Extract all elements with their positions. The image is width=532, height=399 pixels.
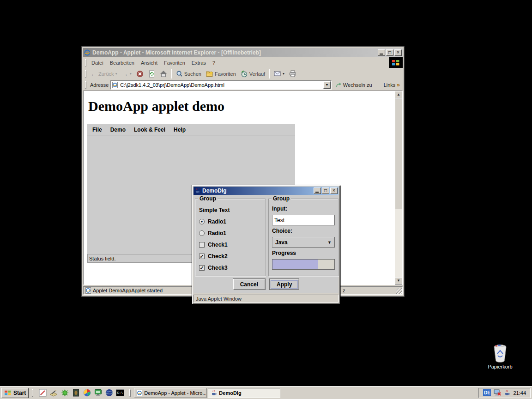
menu-help[interactable]: ? (209, 59, 218, 67)
radio2-label: Radio1 (208, 230, 226, 236)
forward-arrow-icon: → (122, 71, 128, 77)
stop-button[interactable] (134, 69, 146, 79)
toolbar-gripper[interactable] (85, 70, 86, 78)
refresh-button[interactable] (146, 69, 157, 79)
favorites-button[interactable]: Favoriten (204, 70, 238, 78)
mail-dropdown-icon[interactable]: ▾ (283, 72, 284, 76)
clock[interactable]: 21:44 (513, 390, 526, 396)
mail-button[interactable]: ▾ (272, 70, 287, 78)
tasks-gripper[interactable] (129, 389, 131, 397)
recycle-bin[interactable]: Papierkorb (484, 344, 517, 369)
choice-combobox[interactable]: Java ▼ (272, 237, 335, 248)
vertical-scrollbar[interactable]: ▲ ▼ (395, 91, 402, 284)
home-button[interactable] (157, 69, 169, 78)
menu-datei[interactable]: Datei (88, 59, 107, 67)
radio-icon-selected[interactable]: ● (199, 219, 205, 224)
applet-menu-demo[interactable]: Demo (106, 126, 130, 134)
radio-row-1[interactable]: ● Radio1 (199, 218, 261, 225)
quicklaunch-show-desktop-icon[interactable] (49, 388, 58, 398)
forward-button[interactable]: → ▾ (120, 70, 134, 78)
applet-menu-file[interactable]: File (88, 126, 106, 134)
forward-dropdown-icon[interactable]: ▾ (130, 72, 132, 76)
radio-row-2[interactable]: Radio1 (199, 230, 261, 237)
go-button[interactable]: Wechseln zu (333, 82, 374, 88)
check-row-2[interactable]: ✓ Check2 (199, 253, 261, 260)
dialog-close-icon[interactable]: × (330, 187, 338, 194)
menubar-gripper[interactable] (85, 59, 86, 66)
combo-arrow-icon: ▼ (327, 240, 332, 245)
quicklaunch-netmeeting-icon[interactable] (93, 388, 103, 398)
quicklaunch-planet-icon[interactable] (104, 388, 114, 398)
dialog-titlebar[interactable]: DemoDlg □ × (193, 187, 339, 195)
search-button[interactable]: Suchen (174, 69, 204, 78)
radio-icon-unselected[interactable] (199, 230, 205, 236)
go-arrow-icon (335, 82, 342, 88)
address-input[interactable] (119, 82, 323, 88)
input-field[interactable] (272, 215, 335, 225)
go-label: Wechseln zu (343, 82, 372, 88)
right-group-box: Group Input: Choice: Java ▼ Progress (268, 199, 339, 276)
dialog-body: Group Simple Text ● Radio1 Radio1 Check1 (193, 195, 339, 293)
keyboard-language-indicator[interactable]: DE (483, 389, 491, 396)
toolbar-separator2 (269, 69, 270, 79)
taskbar: Start C:\ (0, 386, 532, 399)
menu-extras[interactable]: Extras (188, 59, 209, 67)
checkbox-icon-checked[interactable]: ✓ (199, 254, 205, 259)
refresh-icon (148, 70, 155, 78)
tray-java-cup-icon[interactable] (504, 390, 510, 396)
dialog-title: DemoDlg (202, 187, 313, 194)
task-java-cup-icon (211, 390, 217, 396)
quicklaunch-command-prompt-icon[interactable]: C:\ (115, 388, 125, 398)
quicklaunch-editor-icon[interactable] (38, 388, 47, 398)
links-label: Links (384, 82, 396, 88)
back-dropdown-icon[interactable]: ▾ (115, 72, 117, 76)
check-row-1[interactable]: Check1 (199, 241, 261, 248)
ie-menubar: Datei Bearbeiten Ansicht Favoriten Extra… (83, 57, 403, 68)
dialog-minimize-icon[interactable] (314, 187, 321, 194)
menu-favoriten[interactable]: Favoriten (161, 59, 188, 67)
quicklaunch-green-creature-icon[interactable] (60, 388, 69, 398)
start-button[interactable]: Start (1, 388, 29, 398)
address-field[interactable]: ▼ (110, 80, 331, 90)
quicklaunch-pinwheel-icon[interactable] (82, 388, 91, 398)
applet-menu-help[interactable]: Help (169, 126, 190, 134)
close-icon[interactable]: × (394, 49, 402, 56)
java-applet-warning: Java Applet Window (193, 295, 339, 302)
ie-titlebar[interactable]: DemoApp - Applet - Microsoft Internet Ex… (83, 48, 403, 57)
quick-launch-bar: C:\ (36, 388, 126, 398)
addressbar-gripper[interactable] (85, 81, 86, 89)
task-demodlg-label: DemoDlg (219, 390, 241, 396)
history-button[interactable]: Verlauf (238, 69, 267, 79)
right-group-label: Group (272, 195, 291, 202)
system-tray: DE 21:44 (478, 388, 531, 398)
network-disconnected-icon[interactable] (494, 389, 501, 396)
scroll-thumb[interactable] (395, 98, 402, 209)
minimize-icon[interactable] (378, 49, 385, 56)
print-button[interactable] (287, 69, 299, 78)
address-dropdown-icon[interactable]: ▼ (323, 81, 331, 89)
task-demoapp[interactable]: DemoApp - Applet - Micro... (134, 388, 206, 398)
scroll-down-icon[interactable]: ▼ (395, 277, 402, 284)
checkbox-icon-checked2[interactable]: ✓ (199, 265, 205, 271)
quicklaunch-gripper[interactable] (32, 389, 33, 397)
check-row-3[interactable]: ✓ Check3 (199, 264, 261, 272)
menu-ansicht[interactable]: Ansicht (138, 59, 161, 67)
stop-icon (136, 70, 144, 78)
windows-flag-icon (4, 390, 12, 396)
links-button[interactable]: Links » (382, 82, 402, 88)
svg-text:C:\: C:\ (117, 391, 123, 395)
dialog-maximize-icon[interactable]: □ (322, 187, 329, 194)
task-demoapp-label: DemoApp - Applet - Micro... (144, 390, 206, 396)
maximize-icon[interactable]: □ (386, 49, 393, 56)
quicklaunch-book-bug-icon[interactable] (71, 388, 80, 398)
links-chevron-icon: » (397, 82, 400, 88)
resize-grip[interactable] (396, 288, 402, 294)
menu-bearbeiten[interactable]: Bearbeiten (107, 59, 138, 67)
applet-menu-lookfeel[interactable]: Look & Feel (130, 126, 169, 134)
scroll-up-icon[interactable]: ▲ (395, 91, 402, 98)
back-button[interactable]: ← Zurück ▾ (88, 70, 120, 78)
apply-button[interactable]: Apply (269, 278, 299, 290)
cancel-button[interactable]: Cancel (233, 278, 266, 290)
task-demodlg[interactable]: DemoDlg (208, 388, 280, 398)
checkbox-icon-unchecked[interactable] (199, 242, 205, 248)
